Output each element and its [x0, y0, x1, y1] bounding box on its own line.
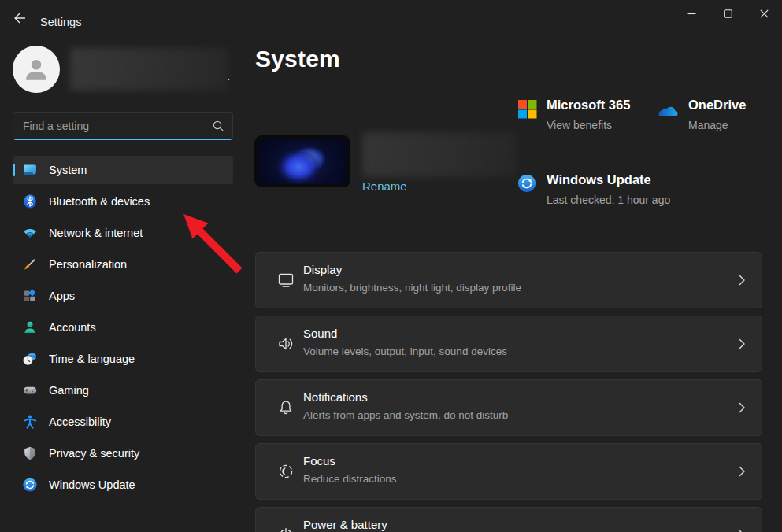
- tile-subtitle: Last checked: 1 hour ago: [547, 191, 680, 209]
- minimize-icon: [687, 9, 696, 18]
- card-title: Focus: [303, 454, 335, 467]
- card-title: Notifications: [303, 390, 368, 404]
- sidebar-item-network-internet[interactable]: Network & internet: [13, 219, 233, 247]
- minimize-button[interactable]: [673, 0, 710, 27]
- chevron-right-icon: [735, 401, 749, 415]
- notifications-icon: [276, 398, 295, 417]
- sidebar-nav: System Bluetooth & devices Network & int…: [13, 156, 233, 502]
- power-icon: [276, 526, 295, 532]
- bloom-wallpaper: [258, 139, 347, 184]
- privacy-security-icon: [22, 445, 38, 461]
- rename-link[interactable]: Rename: [362, 179, 407, 193]
- onedrive-icon: [655, 103, 680, 123]
- sidebar-item-time-language[interactable]: Time & language: [13, 345, 233, 373]
- card-title: Power & battery: [303, 518, 387, 531]
- card-focus[interactable]: Focus Reduce distractions: [255, 443, 762, 500]
- gaming-icon: [22, 382, 38, 398]
- close-icon: [760, 9, 769, 18]
- sidebar-item-system[interactable]: System: [13, 156, 233, 184]
- card-power-battery[interactable]: Power & battery: [255, 507, 762, 532]
- sidebar-item-label: Bluetooth & devices: [49, 195, 150, 208]
- time-language-icon: [22, 351, 38, 367]
- display-icon: [276, 271, 295, 290]
- user-avatar[interactable]: [13, 46, 60, 93]
- card-title: Display: [303, 263, 342, 276]
- sidebar-item-label: Windows Update: [49, 478, 135, 491]
- maximize-button[interactable]: [710, 0, 746, 27]
- tile-subtitle-link[interactable]: View benefits: [547, 116, 665, 134]
- chevron-right-icon: [735, 273, 749, 287]
- sidebar-item-bluetooth-devices[interactable]: Bluetooth & devices: [13, 187, 233, 216]
- sidebar-item-label: Gaming: [49, 384, 89, 397]
- page-title: System: [255, 46, 340, 72]
- network-icon: [22, 225, 38, 241]
- window-title: Settings: [40, 16, 81, 28]
- accounts-icon: [22, 320, 38, 335]
- card-subtitle: Volume levels, output, input, sound devi…: [303, 345, 507, 357]
- system-icon: [22, 162, 38, 178]
- bluetooth-icon: [22, 194, 38, 209]
- user-name-redacted: [70, 48, 228, 91]
- chevron-right-icon: [735, 528, 749, 532]
- card-subtitle: Reduce distractions: [303, 473, 397, 485]
- microsoft-365-tile[interactable]: Microsoft 365 View benefits: [547, 98, 665, 134]
- sidebar-item-personalization[interactable]: Personalization: [13, 250, 233, 279]
- sidebar-item-accessibility[interactable]: Accessibility: [13, 408, 233, 436]
- close-button[interactable]: [746, 0, 782, 27]
- search-input[interactable]: [13, 113, 232, 140]
- sidebar-item-label: Time & language: [49, 353, 135, 365]
- personalization-icon: [22, 257, 38, 272]
- windows-update-tile[interactable]: Windows Update Last checked: 1 hour ago: [547, 172, 680, 209]
- card-subtitle: Monitors, brightness, night light, displ…: [303, 282, 521, 294]
- card-display[interactable]: Display Monitors, brightness, night ligh…: [255, 252, 762, 308]
- sidebar-item-label: Accessibility: [49, 416, 111, 428]
- sidebar-item-accounts[interactable]: Accounts: [13, 313, 233, 342]
- tile-title: OneDrive: [688, 98, 775, 113]
- card-subtitle: Alerts from apps and system, do not dist…: [303, 409, 508, 421]
- accessibility-icon: [22, 414, 38, 430]
- sidebar-item-label: System: [49, 164, 87, 176]
- device-wallpaper-thumbnail: [254, 135, 350, 187]
- card-notifications[interactable]: Notifications Alerts from apps and syste…: [255, 379, 762, 436]
- sound-icon: [276, 334, 295, 353]
- sidebar-item-apps[interactable]: Apps: [13, 282, 233, 310]
- onedrive-tile[interactable]: OneDrive Manage: [688, 98, 775, 134]
- sidebar-item-privacy-security[interactable]: Privacy & security: [13, 439, 233, 467]
- user-name-suffix: .: [227, 69, 230, 83]
- device-name-redacted: [362, 132, 517, 177]
- sidebar-item-label: Apps: [49, 290, 75, 302]
- tile-title: Microsoft 365: [547, 98, 665, 113]
- card-title: Sound: [303, 327, 337, 340]
- windows-update-icon: [22, 477, 38, 493]
- maximize-icon: [724, 9, 732, 18]
- card-sound[interactable]: Sound Volume levels, output, input, soun…: [255, 316, 762, 372]
- apps-icon: [22, 288, 38, 304]
- tile-subtitle-link[interactable]: Manage: [688, 116, 775, 134]
- sidebar-item-windows-update[interactable]: Windows Update: [13, 471, 233, 499]
- search-box: [13, 112, 233, 140]
- back-button[interactable]: [6, 6, 33, 31]
- microsoft-365-icon: [517, 99, 537, 122]
- chevron-right-icon: [735, 337, 749, 351]
- sidebar-item-label: Privacy & security: [49, 447, 139, 460]
- tile-title: Windows Update: [547, 172, 680, 187]
- sidebar-item-label: Accounts: [49, 321, 96, 334]
- sidebar-item-label: Personalization: [49, 258, 127, 271]
- person-icon: [21, 54, 51, 84]
- search-icon: [211, 119, 225, 136]
- settings-window: Settings .: [0, 0, 782, 532]
- window-controls: [673, 0, 782, 27]
- back-arrow-icon: [13, 12, 26, 27]
- focus-icon: [276, 462, 295, 481]
- sidebar-item-gaming[interactable]: Gaming: [13, 376, 233, 405]
- windows-update-icon: [517, 174, 536, 196]
- sidebar-item-label: Network & internet: [49, 227, 143, 239]
- chevron-right-icon: [735, 464, 749, 478]
